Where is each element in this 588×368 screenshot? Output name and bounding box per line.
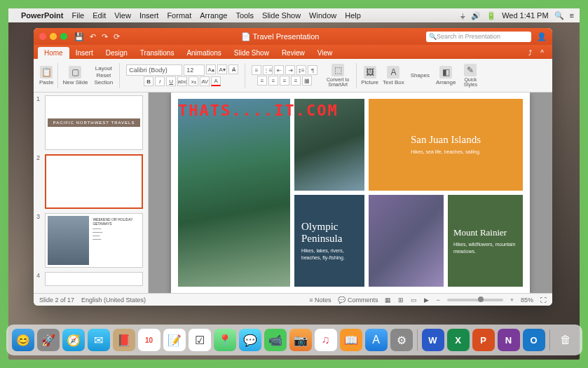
layout-button[interactable]: Layout xyxy=(95,65,112,71)
save-icon[interactable]: 💾 xyxy=(74,32,84,41)
notifications-icon[interactable]: ≡ xyxy=(570,11,574,20)
tab-insert[interactable]: Insert xyxy=(69,47,100,59)
decrease-font-icon[interactable]: A▾ xyxy=(217,64,227,74)
dock-safari[interactable]: 🧭 xyxy=(62,329,85,351)
zoom-level[interactable]: 85% xyxy=(521,297,533,304)
increase-indent-button[interactable]: ⇥ xyxy=(285,65,295,75)
tab-review[interactable]: Review xyxy=(275,47,311,59)
redo-icon[interactable]: ↷ xyxy=(102,32,108,41)
slide-canvas[interactable]: THATS....IT.COM San Juan Islands Hikes, … xyxy=(149,93,552,293)
highlight-button[interactable]: AV xyxy=(200,76,210,86)
app-menu[interactable]: PowerPoint xyxy=(21,11,64,20)
zoom-slider[interactable] xyxy=(447,299,503,301)
menu-window[interactable]: Window xyxy=(309,11,336,20)
bullets-button[interactable]: ≡ xyxy=(252,65,261,75)
tab-animations[interactable]: Animations xyxy=(180,47,227,59)
menu-slideshow[interactable]: Slide Show xyxy=(262,11,301,20)
slide-image-forest-path[interactable] xyxy=(178,99,290,287)
dock-itunes[interactable]: ♫ xyxy=(315,329,337,351)
tab-design[interactable]: Design xyxy=(100,47,134,59)
dock-mail[interactable]: ✉ xyxy=(88,329,110,351)
line-spacing-button[interactable]: ‡≡ xyxy=(296,65,306,75)
search-input[interactable]: 🔍 Search in Presentation xyxy=(426,32,531,42)
menu-format[interactable]: Format xyxy=(167,11,191,20)
normal-view-button[interactable]: ▦ xyxy=(385,297,391,304)
paste-button[interactable]: 📋 Paste xyxy=(39,66,53,86)
language-indicator[interactable]: English (United States) xyxy=(81,297,146,304)
comments-button[interactable]: 💬 Comments xyxy=(338,297,378,304)
strikethrough-button[interactable]: abc xyxy=(177,76,187,86)
zoom-button[interactable] xyxy=(60,33,67,40)
align-left-button[interactable]: ≡ xyxy=(257,76,267,86)
thumbnail-3[interactable]: 3 WEEKEND OR HOLIDAY GETAWAYS━━━━━━━━━━━… xyxy=(36,213,145,268)
dock-ibooks[interactable]: 📖 xyxy=(340,329,362,351)
dock-launchpad[interactable]: 🚀 xyxy=(37,329,60,351)
arrange-button[interactable]: ◧ Arrange xyxy=(436,66,456,86)
menu-help[interactable]: Help xyxy=(345,11,361,20)
slide-image-mountain-lake[interactable] xyxy=(294,99,364,191)
clock[interactable]: Wed 1:41 PM xyxy=(502,11,548,20)
quick-styles-button[interactable]: ✎ Quick Styles xyxy=(460,64,481,87)
text-direction-button[interactable]: ¶ xyxy=(308,65,317,75)
increase-font-icon[interactable]: A▴ xyxy=(206,64,216,74)
tab-view[interactable]: View xyxy=(311,47,339,59)
convert-smartart-button[interactable]: ⬚ Convert to SmartArt xyxy=(324,64,352,87)
picture-button[interactable]: 🖼 Picture xyxy=(361,66,378,86)
dock-word[interactable]: W xyxy=(422,329,444,351)
dock-excel[interactable]: X xyxy=(447,329,470,351)
font-color-button[interactable]: A xyxy=(211,76,221,86)
close-button[interactable] xyxy=(39,33,46,40)
dock-calendar[interactable]: 10 xyxy=(138,329,160,351)
textbox-button[interactable]: A Text Box xyxy=(383,66,404,86)
dock-outlook[interactable]: O xyxy=(523,329,545,351)
subscript-button[interactable]: x₂ xyxy=(189,76,198,86)
repeat-icon[interactable]: ⟳ xyxy=(114,32,120,41)
dock-onenote[interactable]: N xyxy=(498,329,520,351)
dock-facetime[interactable]: 📹 xyxy=(264,329,287,351)
dock-appstore[interactable]: A xyxy=(365,329,388,351)
dock-maps[interactable]: 📍 xyxy=(214,329,236,351)
menu-tools[interactable]: Tools xyxy=(235,11,254,20)
dock-notes[interactable]: 📝 xyxy=(163,329,186,351)
dock-powerpoint[interactable]: P xyxy=(472,329,495,351)
italic-button[interactable]: I xyxy=(155,76,165,86)
menu-file[interactable]: File xyxy=(72,11,85,20)
slideshow-view-button[interactable]: ▶ xyxy=(424,297,429,304)
share-icon[interactable]: ⤴ xyxy=(524,47,536,59)
columns-button[interactable]: ▦ xyxy=(302,76,312,86)
thumbnail-1[interactable]: 1 PACIFIC NORTHWEST TRAVELS xyxy=(36,95,145,150)
notes-button[interactable]: ≡ Notes xyxy=(309,297,331,304)
dock-messages[interactable]: 💬 xyxy=(239,329,261,351)
tab-transitions[interactable]: Transitions xyxy=(134,47,181,59)
menu-edit[interactable]: Edit xyxy=(93,11,106,20)
volume-icon[interactable]: 🔊 xyxy=(471,11,481,20)
font-select[interactable]: Calibri (Body) xyxy=(126,64,182,76)
justify-button[interactable]: ≡ xyxy=(291,76,301,86)
clear-format-icon[interactable]: A̶ xyxy=(228,64,238,74)
underline-button[interactable]: U xyxy=(166,76,176,86)
dock-finder[interactable]: 😊 xyxy=(12,329,34,351)
sorter-view-button[interactable]: ⊞ xyxy=(398,297,404,304)
slide-image-wildflowers[interactable] xyxy=(369,195,444,287)
dock-reminders[interactable]: ☑ xyxy=(189,329,211,351)
battery-icon[interactable]: 🔋 xyxy=(486,11,496,20)
menu-arrange[interactable]: Arrange xyxy=(200,11,227,20)
font-size-select[interactable]: 12 xyxy=(184,64,205,76)
dock-photobooth[interactable]: 📷 xyxy=(289,329,312,351)
zoom-in-button[interactable]: + xyxy=(510,297,514,304)
dock-preferences[interactable]: ⚙ xyxy=(390,329,413,351)
slide-card-rainier[interactable]: Mount Rainier Hikes, wildflowers, mounta… xyxy=(448,195,523,287)
menu-view[interactable]: View xyxy=(114,11,131,20)
thumbnail-4[interactable]: 4 xyxy=(36,272,145,286)
new-slide-button[interactable]: ▢ New Slide xyxy=(62,66,88,86)
slide-card-olympic[interactable]: Olympic Peninsula Hikes, lakes, rivers, … xyxy=(294,195,364,287)
align-center-button[interactable]: ≡ xyxy=(268,76,278,86)
menu-insert[interactable]: Insert xyxy=(139,11,159,20)
align-right-button[interactable]: ≡ xyxy=(280,76,289,86)
dock-trash[interactable]: 🗑 xyxy=(554,329,577,351)
reset-button[interactable]: Reset xyxy=(96,72,111,79)
tab-slideshow[interactable]: Slide Show xyxy=(228,47,275,59)
fit-to-window-button[interactable]: ⛶ xyxy=(540,297,547,304)
slide-card-sanjuan[interactable]: San Juan Islands Hikes, sea life, beache… xyxy=(369,99,523,191)
dock-contacts[interactable]: 📕 xyxy=(113,329,135,351)
